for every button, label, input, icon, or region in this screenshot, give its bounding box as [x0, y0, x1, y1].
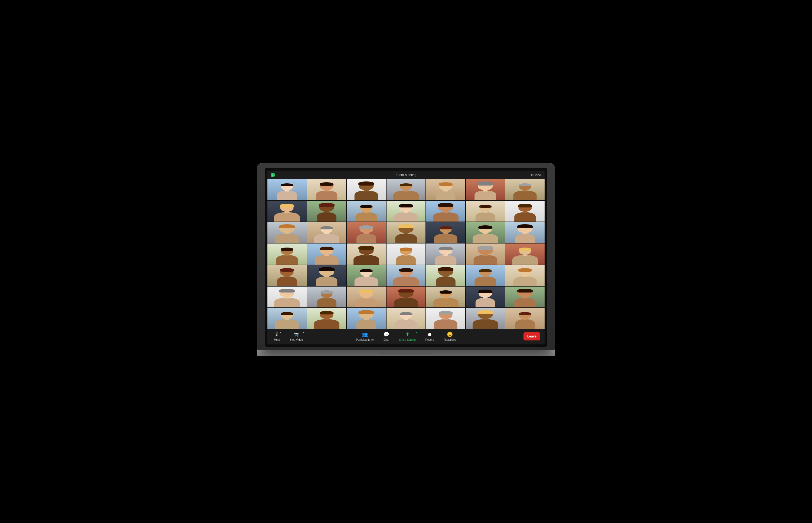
video-cell[interactable]	[466, 222, 505, 243]
video-cell[interactable]	[466, 265, 505, 286]
record-label: Record	[426, 338, 434, 341]
video-cell[interactable]	[466, 244, 505, 264]
mute-label: Mute	[274, 338, 280, 341]
laptop-shadow	[263, 356, 549, 360]
camera-icon: 📷	[294, 331, 299, 338]
video-cell[interactable]	[505, 244, 545, 264]
video-cell[interactable]	[386, 179, 426, 200]
share-caret: ▲	[415, 331, 417, 333]
video-cell[interactable]	[386, 201, 426, 221]
video-cell[interactable]	[347, 179, 386, 200]
laptop-base	[257, 350, 555, 356]
share-icon: ⬆	[405, 331, 410, 338]
view-grid-icon: ⊞	[531, 173, 533, 177]
title-bar: ✓ Zoom Meeting ⊞ View	[267, 170, 545, 179]
video-cell[interactable]	[347, 244, 386, 264]
video-cell[interactable]	[307, 201, 346, 221]
video-cell[interactable]	[386, 287, 426, 307]
screen-bezel: ✓ Zoom Meeting ⊞ View	[265, 168, 547, 347]
video-cell[interactable]	[505, 287, 545, 307]
video-cell[interactable]	[426, 179, 465, 200]
view-button[interactable]: ⊞ View	[531, 173, 541, 177]
video-cell[interactable]	[505, 179, 545, 200]
video-cell[interactable]	[426, 287, 465, 307]
video-cell[interactable]	[426, 265, 465, 286]
laptop-frame: ✓ Zoom Meeting ⊞ View	[257, 163, 555, 360]
toolbar: ▲ 🎙 Mute ▲ 📷 Stop Video	[267, 329, 545, 344]
video-cell[interactable]	[505, 222, 545, 243]
shield-icon: ✓	[271, 173, 275, 177]
participants-button[interactable]: 👥 Participants 49	[354, 330, 376, 342]
video-cell[interactable]	[347, 287, 386, 307]
mute-caret: ▲	[279, 331, 282, 334]
reactions-icon: 😊	[447, 331, 453, 338]
video-cell[interactable]	[267, 179, 307, 200]
video-grid	[267, 179, 545, 329]
video-cell[interactable]	[347, 201, 386, 221]
video-cell[interactable]	[267, 287, 307, 307]
stop-video-button[interactable]: ▲ 📷 Stop Video	[287, 330, 305, 342]
chat-label: Chat	[383, 338, 389, 341]
video-caret: ▲	[302, 331, 304, 333]
video-cell[interactable]	[267, 265, 307, 286]
video-cell[interactable]	[347, 222, 386, 243]
participants-icon: 👥	[362, 331, 368, 338]
leave-button[interactable]: Leave	[524, 332, 540, 340]
video-cell[interactable]	[466, 287, 505, 307]
video-cell[interactable]	[386, 222, 426, 243]
video-cell[interactable]	[307, 287, 346, 307]
laptop-notch	[379, 353, 433, 355]
video-cell[interactable]	[426, 308, 465, 329]
record-icon: ⏺	[428, 332, 432, 338]
video-cell[interactable]	[386, 244, 426, 264]
video-cell[interactable]	[267, 244, 307, 264]
toolbar-right: Leave	[524, 332, 540, 340]
video-cell[interactable]	[466, 308, 505, 329]
video-cell[interactable]	[386, 308, 426, 329]
video-cell[interactable]	[307, 179, 346, 200]
record-button[interactable]: ⏺ Record	[423, 331, 436, 342]
video-cell[interactable]	[426, 222, 465, 243]
screen: ✓ Zoom Meeting ⊞ View	[267, 170, 545, 344]
stop-video-label: Stop Video	[290, 338, 303, 341]
video-cell[interactable]	[307, 222, 346, 243]
toolbar-left: ▲ 🎙 Mute ▲ 📷 Stop Video	[272, 330, 305, 342]
title-bar-left: ✓	[271, 173, 275, 177]
participants-label: Participants 49	[356, 338, 374, 341]
chat-button[interactable]: 💬 Chat	[381, 330, 391, 342]
video-cell[interactable]	[466, 179, 505, 200]
mic-icon: 🎙	[275, 332, 279, 338]
reactions-button[interactable]: 😊 Reactions	[442, 330, 458, 342]
video-cell[interactable]	[307, 308, 346, 329]
laptop-body: ✓ Zoom Meeting ⊞ View	[257, 163, 555, 350]
video-cell[interactable]	[466, 201, 505, 221]
share-screen-button[interactable]: ▲ ⬆ Share Screen	[397, 330, 418, 342]
video-cell[interactable]	[386, 265, 426, 286]
mute-button[interactable]: ▲ 🎙 Mute	[272, 331, 282, 342]
meeting-title: Zoom Meeting	[396, 173, 417, 177]
chat-icon: 💬	[383, 331, 389, 338]
video-cell[interactable]	[347, 308, 386, 329]
share-screen-label: Share Screen	[399, 338, 415, 341]
video-cell[interactable]	[267, 222, 307, 243]
view-label: View	[535, 173, 541, 177]
video-cell[interactable]	[307, 265, 346, 286]
toolbar-center: 👥 Participants 49 💬 Chat ▲ ⬆ Share S	[354, 330, 458, 342]
video-cell[interactable]	[505, 201, 545, 221]
video-cell[interactable]	[426, 201, 465, 221]
video-cell[interactable]	[505, 308, 545, 329]
video-cell[interactable]	[267, 201, 307, 221]
video-cell[interactable]	[307, 244, 346, 264]
video-cell[interactable]	[347, 265, 386, 286]
reactions-label: Reactions	[444, 338, 456, 341]
video-cell[interactable]	[267, 308, 307, 329]
video-cell[interactable]	[505, 265, 545, 286]
video-cell[interactable]	[426, 244, 465, 264]
